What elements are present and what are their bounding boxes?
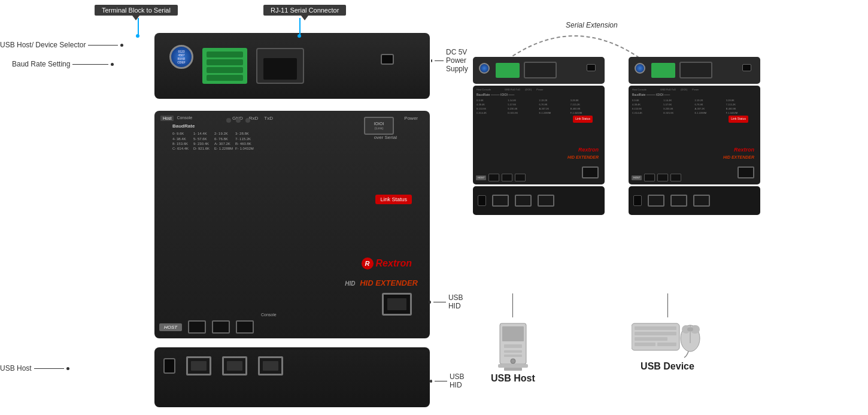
svg-rect-6	[504, 355, 522, 357]
svg-rect-9	[504, 368, 522, 371]
terminal-block-connector-line	[138, 18, 139, 36]
usb-a-port-3	[258, 356, 283, 375]
baud-7: 7- 115.2K	[235, 137, 254, 141]
bottom-device-ports-row	[163, 356, 421, 375]
led-2	[236, 118, 241, 123]
small-miniusb-left	[587, 64, 596, 71]
small-mini-usb-bottom-right	[633, 195, 642, 206]
baud-4: 4- 38.4K	[172, 137, 191, 141]
small-usb-a-2-left	[515, 195, 532, 207]
extender-label: HID EXTENDER	[360, 278, 418, 287]
baud-5: 5- 57.6K	[193, 137, 212, 141]
rj11-connector	[256, 48, 304, 84]
usb-a-port-2	[222, 356, 247, 375]
rextron-brand: Rextron	[376, 258, 412, 269]
small-bottom-badges-left: HOST	[476, 174, 526, 181]
small-usb-a-2-right	[670, 195, 687, 207]
power-label: Power	[404, 116, 418, 121]
led-indicators	[226, 118, 250, 123]
rextron-r-logo: R	[362, 258, 374, 269]
svg-point-7	[511, 359, 515, 363]
small-link-status-left: Link Status	[573, 116, 593, 123]
small-device-right-top	[629, 57, 760, 84]
svg-rect-20	[687, 328, 693, 331]
baud-e: E- 1.2288M	[214, 146, 233, 151]
terminal-pin-3	[207, 67, 243, 73]
svg-rect-11	[635, 326, 676, 330]
console-label-bottom: Console	[261, 313, 277, 317]
usb-a-port-1	[186, 356, 211, 375]
baud-rate-setting-label: Baud Rate Setting	[12, 60, 114, 68]
usb-console-port-3	[236, 320, 254, 334]
small-device-right-text: Host Console GND RxD TxD (DCE) Power Bau…	[629, 86, 760, 117]
small-usb-a-1-right	[648, 195, 664, 207]
small-rextron-left: Rextron HID EXTENDER	[567, 146, 599, 160]
svg-rect-14	[635, 343, 655, 346]
small-mini-usb-bottom-left	[478, 195, 486, 206]
serial-chip: IOIOI (Link)	[364, 117, 394, 135]
svg-rect-4	[504, 344, 522, 348]
rj11-banner: RJ-11 Serial Connector	[263, 5, 346, 16]
baud-a: A- 307.2K	[214, 141, 233, 146]
small-miniusb-right	[742, 64, 751, 71]
baud-2: 2- 19.2K	[214, 131, 233, 136]
small-device-right-bottom	[629, 186, 760, 215]
led-3	[245, 118, 250, 123]
keyboard-mouse-icon	[632, 320, 703, 359]
small-device-left-middle: Host Console GND RxD TxD (DCE) Power Bau…	[473, 86, 605, 184]
main-container: Terminal Block to Serial RJ-11 Serial Co…	[0, 0, 868, 415]
baud-6: 6- 76.8K	[214, 137, 233, 141]
baud-table: 0- 9.6K 1- 14.4K 2- 19.2K 3- 28.8K 4- 38…	[172, 131, 254, 152]
baud-8: 8- 153.6K	[172, 141, 191, 146]
small-rotary-left	[479, 63, 490, 74]
hid-extender-text: HID HID EXTENDER	[345, 278, 418, 287]
rj11-connector-dot	[298, 34, 301, 38]
terminal-block-banner: Terminal Block to Serial	[95, 5, 178, 16]
svg-rect-13	[635, 337, 667, 341]
right-section: Serial Extension Host Console GND RxD Tx…	[455, 0, 868, 415]
terminal-block-connector-dot	[136, 34, 139, 38]
rj11-connector-line	[299, 18, 301, 36]
small-device-left-text: Host Console GND RxD TxD (DCE) Power Bau…	[473, 86, 605, 117]
small-usb-a-3-right	[693, 195, 710, 207]
terminal-pin-4	[207, 75, 243, 81]
usb-host-section: USB Host	[491, 293, 535, 384]
small-device-left-bottom	[473, 186, 605, 215]
small-device-right-group: Host Console GND RxD TxD (DCE) Power Bau…	[629, 57, 760, 215]
small-usb-hid-left	[582, 166, 599, 178]
mini-usb-host-port	[163, 358, 175, 374]
terminal-pin-1	[207, 52, 243, 57]
usb-device-section: USB Device	[632, 293, 703, 372]
console-label-text: Console	[177, 116, 192, 121]
small-bottom-badges-right: HOST	[632, 174, 681, 181]
serial-extension-label: Serial Extension	[566, 21, 618, 29]
small-device-left-group: Host Console GND RxD TxD (DCE) Power Bau…	[473, 57, 605, 215]
small-device-right-middle: Host Console GND RxD TxD (DCE) Power Bau…	[629, 86, 760, 184]
usb-host-device-selector-label: USB Host/ Device Selector	[0, 41, 123, 49]
small-terminal-right	[651, 63, 675, 78]
svg-rect-12	[635, 332, 676, 335]
led-1	[226, 118, 231, 123]
svg-rect-3	[502, 326, 524, 341]
small-rj11-left	[524, 62, 557, 78]
over-serial-text: over Serial	[374, 135, 397, 140]
rotary-selector: 0123456789ABCDEF	[169, 45, 193, 69]
small-rotary-right	[635, 63, 645, 74]
device-top: 0123456789ABCDEF	[154, 33, 430, 99]
svg-rect-5	[504, 350, 522, 353]
terminal-pin-2	[207, 59, 243, 65]
device-connector-line	[667, 293, 668, 317]
usb-device-label: USB Device	[632, 361, 703, 372]
svg-rect-15	[657, 343, 676, 346]
baud-b: B- 460.8K	[235, 141, 254, 146]
baud-d: D- 921.6K	[193, 146, 212, 151]
host-console-labels: Host Console	[160, 116, 192, 121]
small-device-left-top	[473, 57, 605, 84]
usb-console-port-2	[212, 320, 230, 334]
device-middle: Host Console GND RxD TxD (DCE) Power	[154, 111, 430, 338]
left-section: Terminal Block to Serial RJ-11 Serial Co…	[0, 0, 455, 415]
baud-3: 3- 28.8K	[235, 131, 254, 136]
bottom-usb-bar: HOST Console	[159, 320, 425, 334]
usb-host-bottom-left-label: USB Host	[0, 364, 69, 372]
baud-1: 1- 14.4K	[193, 131, 212, 136]
